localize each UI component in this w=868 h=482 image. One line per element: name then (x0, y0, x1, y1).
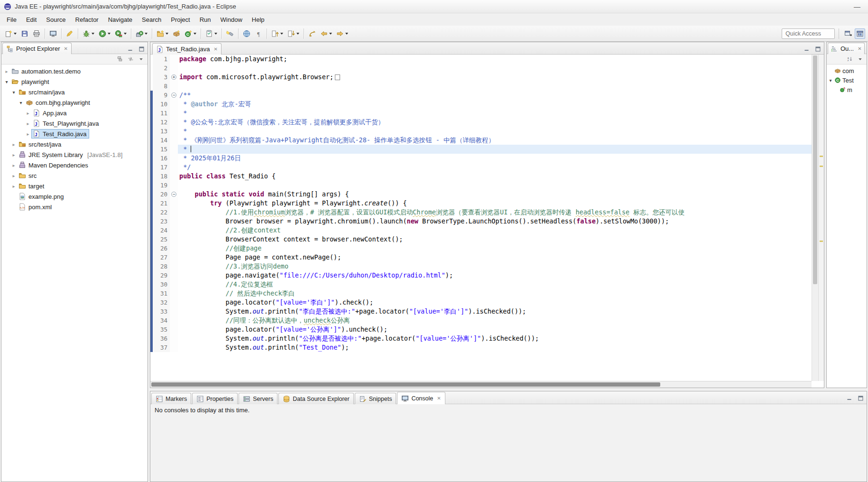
tab-properties[interactable]: Properties (192, 393, 238, 404)
toolbar-new-wizard-button[interactable] (3, 28, 18, 39)
code-line-20[interactable]: 20− public static void main(String[] arg… (150, 190, 812, 199)
toolbar-forward-button[interactable] (334, 28, 350, 39)
toolbar-run-button[interactable] (97, 28, 112, 39)
view-menu-button[interactable] (856, 55, 864, 63)
menu-search[interactable]: Search (137, 14, 166, 25)
annotation-mark[interactable] (820, 241, 823, 242)
menu-refactor[interactable]: Refactor (71, 14, 103, 25)
menu-run[interactable]: Run (195, 14, 216, 25)
debug-dropdown[interactable] (92, 33, 94, 35)
code-line-26[interactable]: 26 //创建page (150, 244, 812, 253)
close-icon[interactable]: ✕ (64, 46, 67, 51)
code-line-10[interactable]: 10 * @author 北京-宏哥 (150, 100, 812, 109)
outline-item-test[interactable]: ▾CTest (827, 75, 867, 85)
code-line-19[interactable]: 19 (150, 181, 812, 190)
expanded-arrow-icon[interactable]: ▾ (18, 100, 24, 105)
toolbar-open-task-button[interactable] (203, 28, 219, 39)
menu-file[interactable]: File (2, 14, 21, 25)
collapsed-arrow-icon[interactable]: ▸ (10, 142, 17, 147)
annotation-mark[interactable] (820, 156, 823, 157)
minimize-button[interactable]: — (850, 3, 864, 10)
vertical-scrollbar-thumb[interactable] (813, 56, 817, 284)
javaee-perspective-button[interactable]: EE (855, 28, 865, 39)
toolbar-debug-button[interactable] (81, 28, 96, 39)
annotation-mark[interactable] (820, 166, 823, 167)
tab-servers[interactable]: Servers (239, 393, 277, 404)
outline-item-m[interactable]: Sm (827, 85, 867, 94)
tree-item-test-radio-java[interactable]: ▸JTest_Radio.java (1, 129, 148, 139)
menu-navigate[interactable]: Navigate (103, 14, 137, 25)
menu-help[interactable]: Help (247, 14, 269, 25)
toolbar-mark-occurrences-button[interactable] (64, 28, 75, 39)
tree-item-app-java[interactable]: ▸JApp.java (1, 108, 148, 118)
back-dropdown[interactable] (329, 33, 332, 35)
code-line-11[interactable]: 11 * (150, 109, 812, 118)
previous-annotation-dropdown[interactable] (280, 33, 283, 35)
code-line-23[interactable]: 23 Browser browser = playwright.chromium… (150, 217, 812, 226)
project-explorer-tab[interactable]: Project Explorer ✕ (2, 43, 72, 54)
collapsed-arrow-icon[interactable]: ▸ (10, 184, 17, 189)
quick-access-box[interactable]: Quick Access (782, 28, 835, 39)
min-view-button[interactable] (126, 45, 134, 53)
toolbar-search-button[interactable] (224, 28, 236, 39)
code-line-32[interactable]: 32 page.locator("[value='李白']").check(); (150, 298, 812, 307)
forward-dropdown[interactable] (345, 33, 348, 35)
min-view-button[interactable] (845, 394, 853, 402)
max-view-button[interactable] (138, 45, 146, 53)
tab-console[interactable]: Console✕ (397, 392, 445, 404)
code-line-2[interactable]: 2 (150, 64, 812, 73)
tree-item-test-playwright-java[interactable]: ▸JTest_Playwright.java (1, 118, 148, 129)
toolbar-new-java-project-button[interactable] (155, 28, 170, 39)
code-line-17[interactable]: 17 */ (150, 163, 812, 172)
new-java-project-dropdown[interactable] (166, 33, 168, 35)
toolbar-coverage-button[interactable] (113, 28, 129, 39)
next-annotation-dropdown[interactable] (296, 33, 299, 35)
expanded-arrow-icon[interactable]: ▾ (3, 79, 10, 84)
code-line-36[interactable]: 36 System.out.println("公孙离是否被选中:"+page.l… (150, 334, 812, 343)
collapsed-arrow-icon[interactable]: ▸ (10, 173, 17, 178)
close-icon[interactable]: ✕ (214, 46, 218, 52)
toolbar-web-browser-button[interactable] (241, 28, 252, 39)
toolbar-save-button[interactable] (19, 28, 30, 39)
tree-item-jre-system-library[interactable]: ▸JRE System Library[JavaSE-1.8] (1, 149, 148, 160)
view-menu-button[interactable] (137, 55, 145, 63)
code-line-35[interactable]: 35 page.locator("[value='公孙离']").uncheck… (150, 325, 812, 334)
outline-tab[interactable]: Ou... ✕ (828, 43, 865, 54)
tree-item-com-bjhg-playwright[interactable]: ▾com.bjhg.playwright (1, 97, 148, 108)
code-line-28[interactable]: 28 //3.浏览器访问demo (150, 262, 812, 271)
code-line-29[interactable]: 29 page.navigate("file:///C:/Users/duhon… (150, 271, 812, 280)
toolbar-console-view-button[interactable] (47, 28, 59, 39)
code-line-24[interactable]: 24 //2.创建context (150, 226, 812, 235)
tree-item-src-main-java[interactable]: ▾src/main/java (1, 87, 148, 97)
toolbar-new-class-button[interactable]: C (183, 28, 198, 39)
code-line-34[interactable]: 34 //同理：公孙离默认选中，uncheck公孙离 (150, 316, 812, 325)
code-line-12[interactable]: 12 * @公众号:北京宏哥（微信搜索，关注宏哥，提前解锁更多测试干货） (150, 118, 812, 127)
folded-region-box[interactable] (335, 74, 340, 80)
toolbar-back-button[interactable] (318, 28, 334, 39)
toolbar-print-button[interactable] (31, 28, 42, 39)
tree-item-maven-dependencies[interactable]: ▸Maven Dependencies (1, 160, 148, 170)
code-line-31[interactable]: 31 // 然后选中check李白 (150, 289, 812, 298)
code-line-14[interactable]: 14 * 《刚刚问世》系列初窥篇-Java+Playwright自动化测试-28… (150, 136, 812, 145)
code-line-1[interactable]: 1package com.bjhg.playwright; (150, 55, 812, 64)
code-line-30[interactable]: 30 //4.定位复选框 (150, 280, 812, 289)
collapsed-arrow-icon[interactable]: ▸ (3, 69, 10, 74)
tree-item-src[interactable]: ▸src (1, 170, 148, 181)
collapse-all-button[interactable] (116, 55, 124, 63)
new-class-dropdown[interactable] (194, 33, 196, 35)
horizontal-scrollbar-thumb[interactable] (151, 382, 660, 387)
collapsed-arrow-icon[interactable]: ▸ (25, 121, 31, 126)
tree-item-src-test-java[interactable]: ▸src/test/java (1, 139, 148, 149)
open-task-dropdown[interactable] (214, 33, 217, 35)
open-perspective-button[interactable] (843, 28, 853, 39)
toolbar-new-package-button[interactable] (171, 28, 182, 39)
tab-markers[interactable]: Markers (151, 393, 191, 404)
fold-collapse-icon[interactable]: − (171, 93, 176, 98)
close-icon[interactable]: ✕ (437, 396, 441, 401)
code-area[interactable]: 1package com.bjhg.playwright;23+import c… (150, 55, 812, 381)
tree-item-playwright[interactable]: ▾playwright (1, 76, 148, 87)
outline-item-com[interactable]: com (827, 66, 867, 75)
code-line-21[interactable]: 21 try (Playwright playwright = Playwrig… (150, 199, 812, 208)
toolbar-previous-annotation-button[interactable] (269, 28, 285, 39)
fold-collapse-icon[interactable]: − (171, 192, 176, 197)
